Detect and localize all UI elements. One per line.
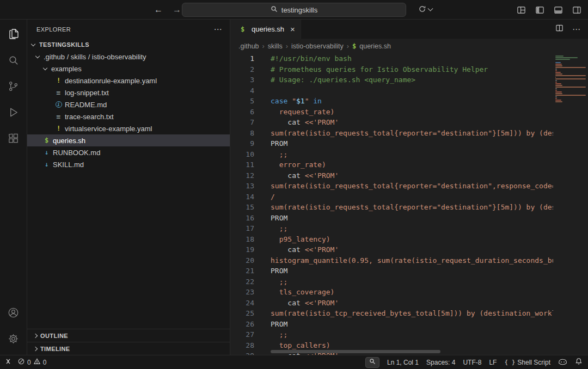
code-line[interactable]: 16PROM xyxy=(230,213,553,224)
activity-bar-top xyxy=(0,22,27,152)
code-line[interactable]: 17 ;; xyxy=(230,223,553,234)
outline-section[interactable]: OUTLINE xyxy=(27,329,230,342)
code-line[interactable]: 26PROM xyxy=(230,319,553,330)
toggle-panel-icon[interactable] xyxy=(554,5,563,15)
line-number: 23 xyxy=(230,287,254,298)
tree-item-file[interactable]: iREADME.md xyxy=(27,99,230,110)
encoding[interactable]: UTF-8 xyxy=(463,359,481,366)
tree-item-folder[interactable]: examples xyxy=(27,63,230,75)
tree-item-label: queries.sh xyxy=(53,137,85,145)
activity-item-source-control[interactable] xyxy=(0,74,27,100)
chevron-down-icon xyxy=(29,40,38,49)
timeline-section[interactable]: TIMELINE xyxy=(27,342,230,355)
code-line[interactable]: 4 xyxy=(230,85,553,96)
code-line[interactable]: 9PROM xyxy=(230,138,553,149)
copilot-indicator[interactable] xyxy=(558,358,567,367)
code-line[interactable]: 28 top_callers) xyxy=(230,340,553,351)
line-number: 8 xyxy=(230,128,254,139)
code-line[interactable]: 19 cat <<'PROM' xyxy=(230,244,553,255)
tree-item-folder[interactable]: .github / skills / istio-observability xyxy=(27,51,230,63)
code-text: ;; xyxy=(254,149,287,160)
breadcrumb-item[interactable]: .github xyxy=(238,42,259,50)
activity-item-accounts[interactable] xyxy=(0,300,27,327)
more-actions-icon[interactable]: ⋯ xyxy=(572,24,580,34)
code-line[interactable]: 11 error_rate) xyxy=(230,159,553,170)
line-number: 17 xyxy=(230,223,254,234)
code-line[interactable]: 20histogram_quantile(0.95, sum(rate(isti… xyxy=(230,255,553,266)
code-line[interactable]: 6 request_rate) xyxy=(230,107,553,118)
code-line[interactable]: 5case "$1" in xyxy=(230,96,553,107)
tree-item-file[interactable]: !destinationrule-example.yaml xyxy=(27,75,230,87)
tree-item-file[interactable]: ≡trace-search.txt xyxy=(27,110,230,122)
tree-item-file[interactable]: ≡log-snippet.txt xyxy=(27,87,230,99)
tree-item-file[interactable]: ↓RUNBOOK.md xyxy=(27,146,230,158)
zoom-indicator[interactable] xyxy=(365,357,379,368)
code-line[interactable]: 8sum(rate(istio_requests_total{reporter=… xyxy=(230,128,553,139)
activity-item-settings[interactable] xyxy=(0,327,27,353)
code-line[interactable]: 2# Prometheus queries for Istio Observab… xyxy=(230,64,553,75)
toggle-primary-sidebar-icon[interactable] xyxy=(535,5,544,15)
tree-item-folder[interactable]: TESTINGSKILLS xyxy=(27,39,230,51)
problems-indicator[interactable]: 0 0 xyxy=(17,358,46,367)
tree-item-file[interactable]: !virtualservice-example.yaml xyxy=(27,122,230,134)
code-line[interactable]: 3# Usage: ./queries.sh <query_name> xyxy=(230,75,553,85)
editor-actions: ⋯ xyxy=(555,20,588,39)
activity-item-explorer[interactable] xyxy=(0,22,27,48)
notifications-bell[interactable] xyxy=(575,358,583,367)
code-line[interactable]: 12 cat <<'PROM' xyxy=(230,170,553,181)
minimap-line xyxy=(555,70,557,71)
md-file-icon: ↓ xyxy=(41,161,52,168)
tree-item-label: SKILL.md xyxy=(53,161,84,169)
code-line[interactable]: 14/ xyxy=(230,192,553,202)
back-icon[interactable]: ← xyxy=(154,5,163,15)
remote-indicator[interactable] xyxy=(4,358,12,367)
code-line[interactable]: 13sum(rate(istio_requests_total{reporter… xyxy=(230,181,553,192)
tree-item-file[interactable]: $queries.sh xyxy=(27,134,230,146)
line-number: 27 xyxy=(230,329,254,340)
code-line[interactable]: 22 ;; xyxy=(230,276,553,287)
line-number: 19 xyxy=(230,244,254,255)
minimap-line xyxy=(555,101,562,102)
minimap[interactable] xyxy=(553,53,588,355)
code-text: ;; xyxy=(254,329,287,340)
customize-layout-icon[interactable] xyxy=(517,5,526,15)
split-editor-icon[interactable] xyxy=(555,24,564,34)
close-icon[interactable]: × xyxy=(290,24,295,34)
code-line[interactable]: 23 tls_coverage) xyxy=(230,287,553,298)
code-line[interactable]: 15sum(rate(istio_requests_total{reporter… xyxy=(230,202,553,213)
line-number: 6 xyxy=(230,107,254,118)
toggle-secondary-sidebar-icon[interactable] xyxy=(572,5,581,15)
indentation[interactable]: Spaces: 4 xyxy=(426,359,455,366)
line-number: 3 xyxy=(230,75,254,85)
tree-item-file[interactable]: ↓SKILL.md xyxy=(27,158,230,170)
activity-item-extensions[interactable] xyxy=(0,126,27,152)
tab-queries-sh[interactable]: $ queries.sh × xyxy=(230,20,301,39)
language-mode[interactable]: { } Shell Script xyxy=(504,359,550,366)
activity-item-run-debug[interactable] xyxy=(0,100,27,126)
breadcrumb-item[interactable]: skills xyxy=(268,42,283,50)
code-line[interactable]: 25sum(rate(istio_tcp_received_bytes_tota… xyxy=(230,308,553,319)
cursor-position[interactable]: Ln 1, Col 1 xyxy=(387,359,419,366)
activity-item-search[interactable] xyxy=(0,48,27,74)
run-recent-group[interactable] xyxy=(418,0,432,20)
code-line[interactable]: 7 cat <<'PROM' xyxy=(230,117,553,128)
breadcrumb-item[interactable]: queries.sh xyxy=(359,42,391,50)
shell-file-icon: $ xyxy=(41,137,52,144)
braces-icon: { } xyxy=(504,359,515,366)
eol-indicator[interactable]: LF xyxy=(489,359,497,366)
code-line[interactable]: 18 p95_latency) xyxy=(230,234,553,245)
code-line[interactable]: 1#!/usr/bin/env bash xyxy=(230,53,553,64)
breadcrumb-item[interactable]: istio-observability xyxy=(291,42,344,50)
code-line[interactable]: 21PROM xyxy=(230,266,553,276)
title-bar: ← → testingskills xyxy=(0,0,588,20)
code-line[interactable]: 24 cat <<'PROM' xyxy=(230,298,553,309)
forward-icon[interactable]: → xyxy=(173,5,181,15)
command-center-search[interactable]: testingskills xyxy=(182,3,406,17)
code-text: / xyxy=(254,192,275,202)
code-line[interactable]: 10 ;; xyxy=(230,149,553,160)
more-actions-icon[interactable]: ⋯ xyxy=(214,24,222,34)
code-area[interactable]: 1#!/usr/bin/env bash2# Prometheus querie… xyxy=(230,53,553,355)
horizontal-scrollbar[interactable] xyxy=(271,350,440,353)
run-debug-icon xyxy=(7,106,20,121)
code-line[interactable]: 27 ;; xyxy=(230,329,553,340)
